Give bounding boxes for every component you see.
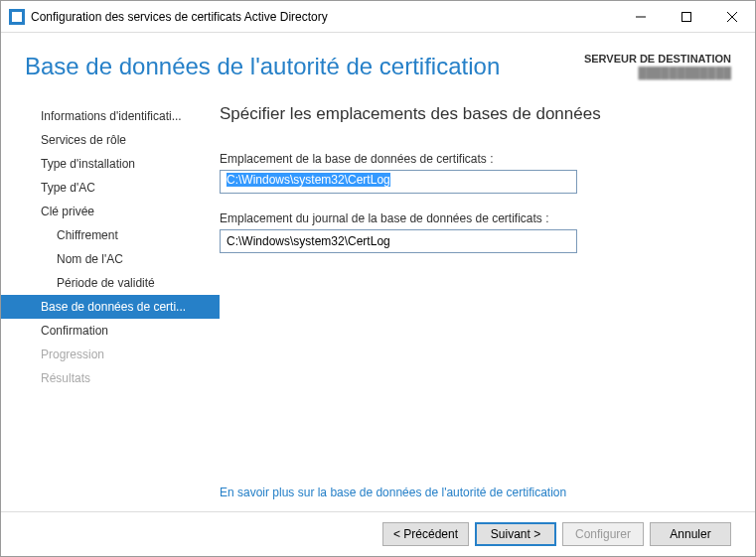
log-location-block: Emplacement du journal de la base de don… — [220, 211, 731, 253]
nav-cryptography[interactable]: Chiffrement — [1, 223, 220, 247]
next-button[interactable]: Suivant > — [475, 522, 556, 546]
nav-credentials[interactable]: Informations d'identificati... — [1, 104, 220, 128]
nav-results: Résultats — [1, 366, 220, 390]
maximize-button[interactable] — [664, 1, 709, 33]
header: Base de données de l'autorité de certifi… — [1, 33, 755, 92]
sidebar: Informations d'identificati... Services … — [1, 104, 220, 511]
nav-ca-type[interactable]: Type d'AC — [1, 176, 220, 200]
configure-button: Configurer — [562, 522, 644, 546]
minimize-button[interactable] — [618, 1, 664, 33]
cancel-button[interactable]: Annuler — [650, 522, 731, 546]
nav-confirmation[interactable]: Confirmation — [1, 319, 220, 343]
db-location-label: Emplacement de la base de données de cer… — [220, 152, 731, 166]
nav-ca-name[interactable]: Nom de l'AC — [1, 247, 220, 271]
destination-label: SERVEUR DE DESTINATION — [584, 53, 731, 65]
db-location-input[interactable]: C:\Windows\system32\CertLog — [220, 170, 577, 194]
maximize-icon — [681, 12, 691, 22]
nav-progress: Progression — [1, 343, 220, 366]
destination-server: ████████████ — [584, 67, 731, 78]
nav-private-key[interactable]: Clé privée — [1, 200, 220, 223]
window-title: Configuration des services de certificat… — [31, 10, 618, 24]
minimize-icon — [636, 12, 646, 22]
window-controls — [618, 1, 755, 33]
svg-rect-1 — [682, 12, 691, 21]
db-location-value: C:\Windows\system32\CertLog — [227, 173, 390, 187]
db-location-block: Emplacement de la base de données de cer… — [220, 152, 731, 194]
page-title: Base de données de l'autorité de certifi… — [25, 53, 584, 80]
header-right: SERVEUR DE DESTINATION ████████████ — [584, 53, 731, 78]
app-icon — [9, 9, 25, 25]
footer: < Précédent Suivant > Configurer Annuler — [1, 511, 755, 556]
log-location-label: Emplacement du journal de la base de don… — [220, 211, 731, 225]
body: Informations d'identificati... Services … — [1, 92, 755, 511]
header-left: Base de données de l'autorité de certifi… — [25, 53, 584, 80]
close-icon — [727, 12, 737, 22]
close-button[interactable] — [709, 1, 755, 33]
nav-setup-type[interactable]: Type d'installation — [1, 152, 220, 176]
main-heading: Spécifier les emplacements des bases de … — [220, 104, 731, 124]
nav-role-services[interactable]: Services de rôle — [1, 128, 220, 152]
nav-ca-database[interactable]: Base de données de certi... — [1, 295, 220, 319]
main-content: Spécifier les emplacements des bases de … — [220, 104, 755, 511]
learn-more-link[interactable]: En savoir plus sur la base de données de… — [220, 486, 731, 499]
nav-validity-period[interactable]: Période de validité — [1, 271, 220, 295]
log-location-input[interactable] — [220, 229, 577, 253]
titlebar: Configuration des services de certificat… — [1, 1, 755, 33]
previous-button[interactable]: < Précédent — [382, 522, 469, 546]
